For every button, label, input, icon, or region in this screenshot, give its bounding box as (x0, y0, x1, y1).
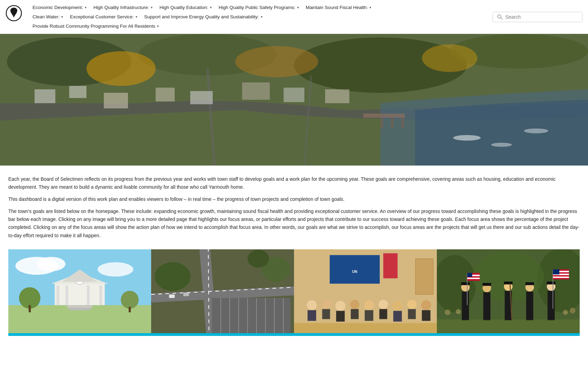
nav-item-high-quality-infrastructure[interactable]: High Quality Infrastructure: ▾ (90, 3, 156, 11)
card-4-image (437, 249, 580, 336)
card-2-image (151, 249, 294, 336)
svg-text:UN: UN (352, 270, 357, 274)
card-3-image: UN (294, 249, 437, 336)
hero-svg (0, 34, 588, 166)
search-input[interactable] (505, 14, 578, 20)
svg-point-69 (322, 300, 331, 309)
svg-point-118 (445, 309, 451, 315)
svg-point-121 (563, 310, 568, 314)
card-3-progress-bar (294, 333, 437, 336)
svg-rect-68 (307, 310, 316, 321)
svg-rect-43 (29, 305, 31, 312)
svg-point-21 (491, 143, 512, 147)
nav-row-3: Provide Robust Community Programming For… (29, 22, 488, 30)
svg-rect-35 (65, 285, 68, 305)
svg-point-71 (336, 301, 346, 311)
chevron-down-icon: ▾ (61, 15, 63, 19)
card-1-image (8, 249, 151, 336)
nav-item-provide-robust-community[interactable]: Provide Robust Community Programming For… (29, 22, 162, 30)
nav-item-high-quality-public-safety[interactable]: High Quality Public Safety Programs: ▾ (215, 3, 302, 11)
svg-rect-33 (55, 284, 105, 305)
svg-rect-23 (363, 114, 405, 118)
svg-rect-66 (415, 259, 433, 294)
svg-rect-41 (69, 308, 91, 310)
svg-rect-104 (504, 282, 513, 284)
hero-image (0, 34, 588, 166)
chevron-down-icon: ▾ (369, 6, 371, 9)
nav-row-1: Economic Development: ▾ High Quality Inf… (29, 3, 488, 11)
grid-card-4[interactable] (437, 249, 580, 336)
nav-item-economic-development[interactable]: Economic Development: ▾ (29, 3, 90, 11)
chevron-down-icon: ▾ (210, 6, 212, 9)
svg-point-10 (235, 46, 318, 77)
svg-rect-14 (104, 93, 128, 108)
nav-item-support-energy[interactable]: Support and Improve Energy Quality and S… (141, 13, 266, 21)
grid-card-2[interactable] (151, 249, 294, 336)
svg-rect-70 (322, 309, 330, 319)
image-grid: UN (8, 249, 580, 336)
card-4-progress-bar (437, 333, 580, 336)
chevron-down-icon: ▾ (157, 24, 159, 28)
svg-rect-47 (212, 298, 291, 336)
svg-rect-59 (169, 294, 175, 298)
svg-rect-111 (547, 282, 555, 284)
chevron-down-icon: ▾ (85, 6, 86, 9)
svg-point-11 (422, 44, 477, 72)
grid-card-3[interactable]: UN (294, 249, 437, 336)
svg-point-29 (37, 257, 66, 271)
content-text: Each year, the Board of Selectmen reflec… (8, 175, 580, 240)
svg-rect-84 (422, 310, 431, 321)
nav-item-clean-water[interactable]: Clean Water: ▾ (29, 13, 66, 21)
svg-rect-45 (129, 307, 131, 312)
header: Economic Development: ▾ High Quality Inf… (0, 0, 588, 34)
paragraph-3: The town's goals are listed below on the… (8, 207, 580, 239)
content-section: Each year, the Board of Selectmen reflec… (0, 166, 588, 343)
svg-rect-36 (87, 285, 90, 305)
svg-rect-82 (408, 309, 416, 319)
svg-rect-26 (401, 118, 404, 128)
svg-rect-18 (284, 88, 304, 102)
svg-rect-74 (351, 309, 359, 319)
svg-rect-63 (330, 255, 380, 284)
svg-rect-34 (56, 285, 59, 305)
svg-point-77 (379, 300, 388, 309)
svg-rect-17 (242, 82, 270, 100)
svg-rect-12 (35, 89, 55, 103)
nav-area: Economic Development: ▾ High Quality Inf… (29, 3, 488, 30)
nav-item-high-quality-education[interactable]: High Quality Education: ▾ (156, 3, 215, 11)
svg-rect-65 (383, 253, 397, 278)
chevron-down-icon: ▾ (151, 6, 153, 9)
svg-rect-25 (391, 118, 394, 128)
chevron-down-icon: ▾ (136, 15, 137, 19)
svg-rect-40 (67, 305, 92, 308)
svg-point-83 (421, 300, 431, 310)
nav-item-maintain-sound-fiscal[interactable]: Maintain Sound Fiscal Health: ▾ (302, 3, 375, 11)
card-2-progress-bar (151, 333, 294, 336)
nav-item-exceptional-customer-service[interactable]: Exceptional Customer Service: ▾ (66, 13, 141, 21)
svg-point-120 (570, 308, 576, 313)
svg-rect-16 (190, 91, 213, 104)
svg-point-22 (524, 128, 548, 133)
svg-rect-78 (379, 309, 387, 319)
svg-rect-107 (526, 292, 533, 320)
paragraph-2: This dashboard is a digital version of t… (8, 195, 580, 203)
svg-point-119 (456, 309, 461, 314)
grid-card-1[interactable] (8, 249, 151, 336)
svg-point-73 (350, 300, 359, 309)
svg-rect-60 (183, 293, 189, 296)
svg-point-56 (155, 262, 190, 291)
svg-rect-19 (325, 89, 349, 103)
svg-rect-97 (467, 277, 480, 279)
svg-rect-101 (483, 283, 491, 286)
svg-rect-24 (380, 118, 383, 128)
svg-rect-116 (553, 276, 569, 278)
svg-rect-76 (365, 310, 373, 321)
search-box (493, 12, 582, 22)
svg-point-81 (407, 300, 416, 309)
card-1-progress-bar (8, 333, 151, 336)
paragraph-1: Each year, the Board of Selectmen reflec… (8, 175, 580, 191)
nav-row-2: Clean Water: ▾ Exceptional Customer Serv… (29, 13, 488, 21)
svg-point-67 (307, 300, 317, 310)
svg-rect-13 (69, 86, 86, 98)
logo[interactable] (6, 3, 22, 21)
